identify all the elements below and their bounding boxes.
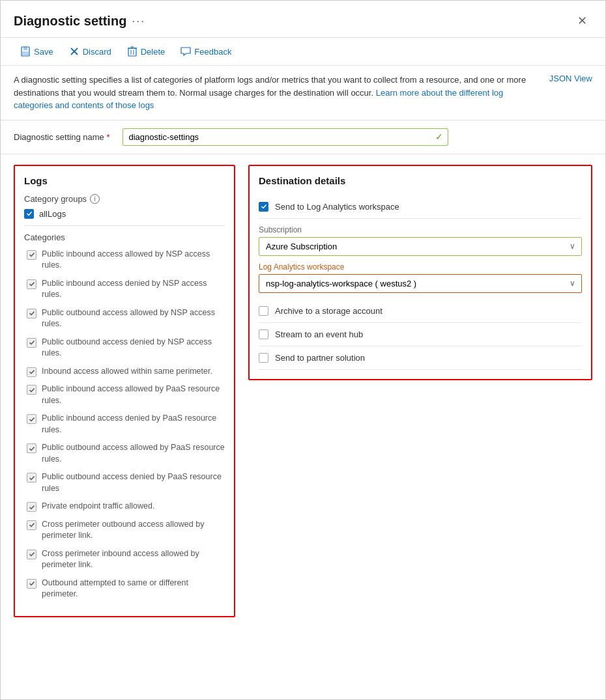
dialog-title: Diagnostic setting <box>14 14 126 29</box>
category-item: Public outbound access denied by NSP acc… <box>24 337 225 359</box>
destination-title: Destination details <box>259 175 582 186</box>
svg-rect-1 <box>23 47 27 50</box>
required-indicator: * <box>106 132 109 142</box>
discard-label: Discard <box>83 47 111 57</box>
category-checkbox-0[interactable] <box>27 250 36 260</box>
category-checkbox-2[interactable] <box>27 309 36 318</box>
category-item: Outbound attempted to same or different … <box>24 578 225 600</box>
save-label: Save <box>34 47 53 57</box>
category-text-5: Public inbound access allowed by PaaS re… <box>42 384 225 406</box>
send-to-log-analytics-option: Send to Log Analytics workspace <box>259 195 582 219</box>
subscription-select[interactable]: Azure Subscription <box>259 237 582 256</box>
feedback-label: Feedback <box>194 47 231 57</box>
close-button[interactable]: ✕ <box>572 11 592 31</box>
category-text-6: Public inbound access denied by PaaS res… <box>42 413 225 436</box>
delete-label: Delete <box>141 47 166 57</box>
category-text-7: Public outbound access allowed by PaaS r… <box>42 442 225 465</box>
category-checkbox-10[interactable] <box>27 520 36 530</box>
log-analytics-section: Log Analytics workspace nsp-log-analytic… <box>259 256 582 293</box>
category-checkbox-7[interactable] <box>27 443 36 453</box>
category-text-11: Cross perimeter inbound access allowed b… <box>42 548 225 571</box>
stream-event-hub-checkbox[interactable] <box>259 329 268 339</box>
category-text-1: Public inbound access denied by NSP acce… <box>42 278 225 301</box>
send-to-log-analytics-checkbox[interactable] <box>259 202 268 212</box>
feedback-icon <box>180 46 191 57</box>
main-content: Logs Category groups i allLogs Categorie… <box>1 154 605 628</box>
json-view-link[interactable]: JSON View <box>549 74 592 83</box>
category-item: Public inbound access allowed by PaaS re… <box>24 384 225 406</box>
category-checkbox-6[interactable] <box>27 414 36 424</box>
send-partner-label: Send to partner solution <box>275 353 365 363</box>
delete-icon <box>127 46 137 57</box>
log-analytics-select[interactable]: nsp-log-analytics-workspace ( westus2 ) <box>259 274 582 293</box>
all-logs-checkbox-group: allLogs <box>24 209 225 219</box>
destination-panel: Destination details Send to Log Analytic… <box>248 165 592 380</box>
categories-title: Categories <box>24 232 225 242</box>
log-analytics-label: Log Analytics workspace <box>259 262 582 272</box>
stream-event-hub-label: Stream to an event hub <box>275 329 363 339</box>
delete-button[interactable]: Delete <box>121 43 172 60</box>
category-checkbox-8[interactable] <box>27 473 36 483</box>
archive-storage-option: Archive to a storage account <box>259 300 582 323</box>
category-text-9: Private endpoint traffic allowed. <box>42 501 154 512</box>
toolbar: Save Discard Delete <box>1 38 605 66</box>
save-icon <box>20 46 31 57</box>
category-text-0: Public inbound access allowed by NSP acc… <box>42 249 225 272</box>
subscription-select-wrapper: Azure Subscription ∨ <box>259 237 582 256</box>
category-text-4: Inbound access allowed within same perim… <box>42 366 212 378</box>
category-item: Cross perimeter inbound access allowed b… <box>24 548 225 571</box>
all-logs-label: allLogs <box>39 209 66 219</box>
svg-rect-5 <box>128 48 136 56</box>
category-item: Public outbound access allowed by PaaS r… <box>24 442 225 465</box>
send-partner-option: Send to partner solution <box>259 346 582 370</box>
category-checkbox-12[interactable] <box>27 579 36 589</box>
subscription-label: Subscription <box>259 225 582 234</box>
category-item: Public inbound access allowed by NSP acc… <box>24 249 225 272</box>
archive-storage-label: Archive to a storage account <box>275 306 382 316</box>
category-text-3: Public outbound access denied by NSP acc… <box>42 337 225 359</box>
category-checkbox-11[interactable] <box>27 550 36 559</box>
categories-list: Public inbound access allowed by NSP acc… <box>24 249 225 600</box>
input-check-icon: ✓ <box>435 132 443 142</box>
save-button[interactable]: Save <box>14 43 60 60</box>
discard-icon <box>69 46 79 57</box>
logs-divider <box>24 225 225 226</box>
discard-button[interactable]: Discard <box>63 43 118 60</box>
category-text-12: Outbound attempted to same or different … <box>42 578 225 600</box>
category-checkbox-3[interactable] <box>27 338 36 348</box>
category-text-8: Public outbound access denied by PaaS re… <box>42 471 225 494</box>
category-item: Private endpoint traffic allowed. <box>24 501 225 512</box>
category-item: Public outbound access allowed by NSP ac… <box>24 307 225 330</box>
stream-event-hub-option: Stream to an event hub <box>259 323 582 346</box>
setting-name-row: Diagnostic setting name * ✓ <box>1 120 605 154</box>
category-text-10: Cross perimeter outbound access allowed … <box>42 519 225 542</box>
setting-name-label: Diagnostic setting name * <box>14 132 109 142</box>
archive-storage-checkbox[interactable] <box>259 306 268 316</box>
feedback-button[interactable]: Feedback <box>174 43 238 60</box>
info-section: A diagnostic setting specifies a list of… <box>1 66 605 120</box>
info-text: A diagnostic setting specifies a list of… <box>14 74 536 112</box>
logs-panel: Logs Category groups i allLogs Categorie… <box>14 165 235 617</box>
category-checkbox-5[interactable] <box>27 385 36 395</box>
all-logs-checkbox[interactable] <box>24 209 34 219</box>
category-item: Inbound access allowed within same perim… <box>24 366 225 378</box>
category-item: Public inbound access denied by NSP acce… <box>24 278 225 301</box>
category-item: Cross perimeter outbound access allowed … <box>24 519 225 542</box>
category-checkbox-1[interactable] <box>27 279 36 289</box>
setting-name-input[interactable] <box>123 128 448 146</box>
category-checkbox-4[interactable] <box>27 367 36 377</box>
send-partner-checkbox[interactable] <box>259 353 268 363</box>
logs-panel-title: Logs <box>24 175 225 186</box>
setting-name-input-wrapper: ✓ <box>123 128 448 146</box>
subscription-section: Subscription Azure Subscription ∨ <box>259 219 582 256</box>
title-dots: ··· <box>132 14 145 28</box>
category-text-2: Public outbound access allowed by NSP ac… <box>42 307 225 330</box>
category-item: Public outbound access denied by PaaS re… <box>24 471 225 494</box>
category-checkbox-9[interactable] <box>27 502 36 512</box>
category-groups-info-icon[interactable]: i <box>90 194 100 204</box>
category-groups-header: Category groups i <box>24 194 225 204</box>
category-item: Public inbound access denied by PaaS res… <box>24 413 225 436</box>
send-to-log-analytics-label: Send to Log Analytics workspace <box>275 202 399 212</box>
svg-rect-2 <box>22 51 29 55</box>
log-analytics-select-wrapper: nsp-log-analytics-workspace ( westus2 ) … <box>259 274 582 293</box>
